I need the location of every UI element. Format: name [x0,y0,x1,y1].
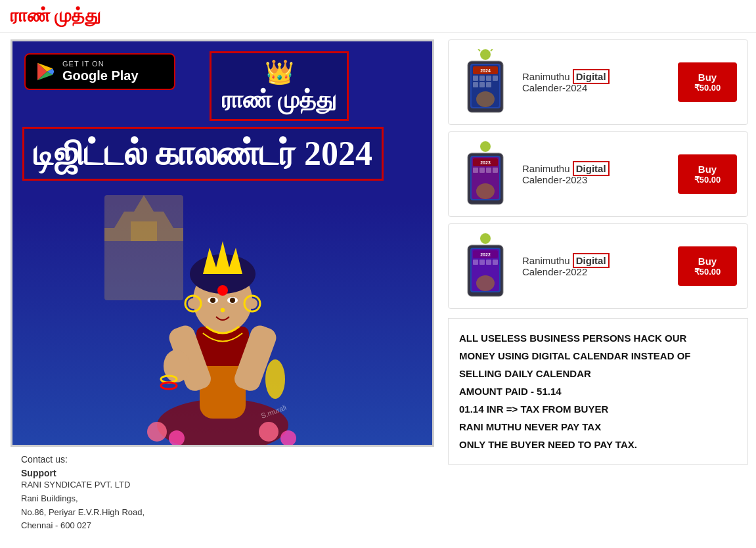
product-card-2024: 2024 Ranimuthu Digital Calender-2024 [448,39,748,125]
svg-point-9 [217,285,228,296]
product-icon-2024: 2024 [459,49,512,115]
product-prefix-2022: Ranimuthu [522,255,570,266]
svg-line-31 [478,49,480,51]
contact-label: Contact us: [21,454,68,465]
address-line3: Chennai - 600 027 [21,519,419,533]
svg-point-67 [476,275,495,291]
google-play-icon [35,60,56,83]
svg-point-45 [476,91,495,107]
svg-point-23 [147,422,167,442]
svg-line-32 [491,49,493,51]
get-it-on-label: GET IT ON [62,60,139,68]
svg-rect-44 [486,82,491,87]
tamil-title: 👑 ராண் முத்து [222,58,336,114]
product-name-2024: Ranimuthu Digital Calender-2024 [522,71,667,93]
site-title: ராண் முத்து [11,5,100,26]
digital-calendar-text-box: டிஜிட்டல் காலண்டர் 2024 [22,127,384,181]
product-card-2023: 2023 Ranimuthu Digital Calender-2023 Buy… [448,131,748,217]
message-line1: ALL USELESS BUSINESS PERSONS HACK OUR [459,329,737,347]
svg-rect-2 [131,221,157,241]
svg-point-57 [480,233,491,244]
product-year-2024: 2024 [566,82,587,93]
product-suffix-2023: Calender [522,174,562,185]
svg-rect-42 [473,82,478,87]
product-icon-2023: 2023 [459,141,512,207]
product-year-2022: 2022 [566,266,587,277]
svg-point-15 [188,298,198,309]
address-line1: Rani Buildings, [21,492,419,506]
contact-info: RANI SYNDICATE PVT. LTD Rani Buildings, … [21,478,419,533]
play-info-section: GOOGLE PLAY <= BROKER => RANI MUTHU GOOG… [11,543,430,548]
svg-rect-43 [479,82,485,87]
google-play-button[interactable]: GET IT ON Google Play [24,53,175,90]
svg-rect-39 [479,76,485,81]
svg-point-46 [480,141,491,152]
left-panel: GET IT ON Google Play 👑 ராண் முத்து டிஜி… [0,33,440,548]
svg-point-12 [210,298,215,303]
svg-point-25 [259,422,278,442]
tamil-title-box: 👑 ராண் முத்து [210,51,349,121]
svg-rect-52 [473,168,478,173]
message-line7: ONLY THE BUYER NEED TO PAY TAX. [459,436,737,453]
svg-point-22 [265,359,285,399]
product-suffix-2022: Calender [522,266,562,277]
product-year-2023: 2023 [566,174,587,185]
goddess-artwork: S.murali [91,182,354,445]
digital-calendar-text: டிஜிட்டல் காலண்டர் 2024 [33,135,372,172]
svg-rect-66 [493,260,498,265]
message-line4: AMOUNT PAID - 51.14 [459,382,737,400]
header: ராண் முத்து [0,0,756,33]
svg-rect-54 [486,168,491,173]
product-suffix-2024: Calender [522,82,562,93]
product-info-2023: Ranimuthu Digital Calender-2023 [522,163,667,185]
buy-button-2023[interactable]: Buy ₹50.00 [678,154,737,194]
svg-rect-55 [493,168,498,173]
svg-rect-65 [486,260,491,265]
address-line2: No.86, Periyar E.V.R.High Road, [21,506,419,520]
message-line3: SELLING DAILY CALENDAR [459,365,737,382]
svg-text:2024: 2024 [480,68,491,73]
product-name-2023: Ranimuthu Digital Calender-2023 [522,163,667,185]
buy-button-2024[interactable]: Buy ₹50.00 [678,62,737,102]
svg-rect-40 [486,76,491,81]
message-box: ALL USELESS BUSINESS PERSONS HACK OUR MO… [448,318,748,465]
svg-marker-8 [203,241,242,274]
product-info-2022: Ranimuthu Digital Calender-2022 [522,255,667,277]
svg-rect-64 [479,260,485,265]
svg-point-13 [230,298,235,303]
svg-point-14 [221,308,225,312]
svg-rect-41 [493,76,498,81]
company-name: RANI SYNDICATE PVT. LTD [21,478,419,492]
main-layout: GET IT ON Google Play 👑 ராண் முத்து டிஜி… [0,33,756,548]
svg-point-16 [247,298,257,309]
svg-rect-63 [473,260,478,265]
product-prefix-2023: Ranimuthu [522,163,570,174]
buy-button-2022[interactable]: Buy ₹50.00 [678,246,737,286]
svg-text:2023: 2023 [480,160,491,165]
svg-rect-38 [473,76,478,81]
svg-point-24 [169,430,185,446]
product-info-2024: Ranimuthu Digital Calender-2024 [522,71,667,93]
svg-point-26 [280,430,296,446]
support-label: Support [21,468,419,478]
google-play-text: GET IT ON Google Play [62,60,139,83]
svg-point-28 [161,382,177,389]
hero-image: GET IT ON Google Play 👑 ராண் முத்து டிஜி… [11,39,434,447]
svg-point-56 [476,183,495,199]
message-line2: MONEY USING DIGITAL CALENDAR INSTEAD OF [459,347,737,365]
svg-text:2022: 2022 [480,252,491,257]
product-name-2022: Ranimuthu Digital Calender-2022 [522,255,667,277]
product-icon-2022: 2022 [459,233,512,299]
right-panel: 2024 Ranimuthu Digital Calender-2024 [440,33,756,548]
message-line5: 01.14 INR => TAX FROM BUYER [459,400,737,418]
svg-point-30 [480,49,491,60]
google-play-name: Google Play [62,68,139,83]
svg-rect-53 [479,168,485,173]
product-prefix-2024: Ranimuthu [522,71,570,82]
message-line6: RANI MUTHU NEVER PAY TAX [459,418,737,436]
product-card-2022: 2022 Ranimuthu Digital Calender-2022 Buy… [448,223,748,309]
contact-section: Contact us: Support RANI SYNDICATE PVT. … [11,447,430,543]
